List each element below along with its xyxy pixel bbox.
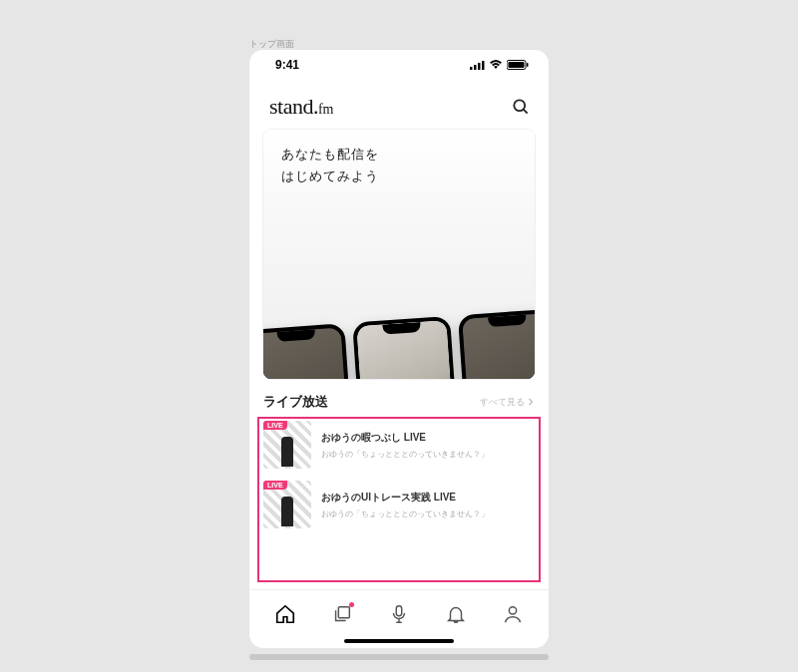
home-icon [274, 603, 296, 625]
hero-text-line2: はじめてみよう [281, 166, 535, 187]
svg-rect-0 [470, 67, 473, 70]
notification-dot-icon [349, 602, 354, 607]
svg-line-8 [524, 110, 528, 114]
app-logo: stand.fm [269, 94, 334, 120]
hero-text-line1: あなたも配信を [281, 144, 535, 166]
live-section-more-label: すべて見る [480, 396, 525, 409]
svg-rect-9 [339, 606, 350, 617]
logo-main: stand. [269, 94, 318, 119]
live-thumbnail: LIVE [263, 421, 311, 469]
live-badge: LIVE [263, 421, 287, 430]
logo-sub: fm [318, 102, 334, 117]
svg-point-11 [509, 606, 516, 613]
tab-feed[interactable] [322, 594, 362, 634]
tab-bar [249, 589, 549, 637]
wifi-icon [489, 60, 503, 70]
live-thumbnail: LIVE [263, 481, 311, 528]
svg-point-7 [514, 100, 525, 111]
horizontal-scrollbar[interactable] [249, 654, 549, 660]
status-bar: 9:41 [249, 50, 549, 76]
signal-icon [470, 60, 485, 70]
live-meta: おゆうのUIトレース実践 LIVE おゆうの「ちょっとととのっていきません？」 [321, 481, 489, 528]
live-section-title: ライブ放送 [263, 393, 328, 411]
live-item-title: おゆうのUIトレース実践 LIVE [321, 491, 489, 504]
phone-frame: 9:41 stand.fm あなたも配信を はじめてみよう ライブ放送 すべて見… [249, 50, 549, 648]
tab-profile[interactable] [493, 594, 533, 634]
bell-icon [445, 603, 467, 625]
live-item[interactable]: LIVE おゆうの暇つぶし LIVE おゆうの「ちょっとととのっていきません？」 [263, 421, 535, 469]
tab-home[interactable] [265, 594, 305, 634]
svg-rect-10 [396, 605, 402, 615]
svg-rect-2 [478, 63, 481, 70]
microphone-icon [388, 603, 410, 625]
live-item-title: おゆうの暇つぶし LIVE [321, 431, 489, 445]
hero-phones-graphic [263, 308, 535, 379]
live-item[interactable]: LIVE おゆうのUIトレース実践 LIVE おゆうの「ちょっとととのっていきま… [263, 481, 535, 528]
live-badge: LIVE [263, 481, 287, 490]
svg-rect-1 [474, 65, 477, 70]
chevron-right-icon [527, 398, 535, 406]
home-indicator [344, 639, 454, 643]
live-item-subtitle: おゆうの「ちょっとととのっていきません？」 [321, 508, 489, 519]
svg-rect-3 [482, 61, 485, 70]
svg-rect-6 [527, 63, 529, 67]
tab-record[interactable] [379, 594, 419, 634]
tab-notifications[interactable] [436, 594, 476, 634]
person-icon [502, 603, 524, 625]
live-section-more[interactable]: すべて見る [480, 396, 535, 409]
battery-icon [507, 60, 529, 70]
live-item-subtitle: おゆうの「ちょっとととのっていきません？」 [321, 449, 489, 460]
svg-rect-5 [509, 62, 525, 68]
search-icon[interactable] [511, 97, 531, 117]
live-section: ライブ放送 すべて見る LIVE おゆうの暇つぶし LIVE おゆうの「ちょっと… [249, 379, 549, 540]
live-section-head: ライブ放送 すべて見る [263, 393, 535, 411]
hero-banner[interactable]: あなたも配信を はじめてみよう [263, 130, 535, 379]
live-meta: おゆうの暇つぶし LIVE おゆうの「ちょっとととのっていきません？」 [321, 421, 489, 469]
status-time: 9:41 [275, 58, 299, 72]
app-header: stand.fm [249, 76, 549, 130]
status-icons [470, 60, 529, 70]
